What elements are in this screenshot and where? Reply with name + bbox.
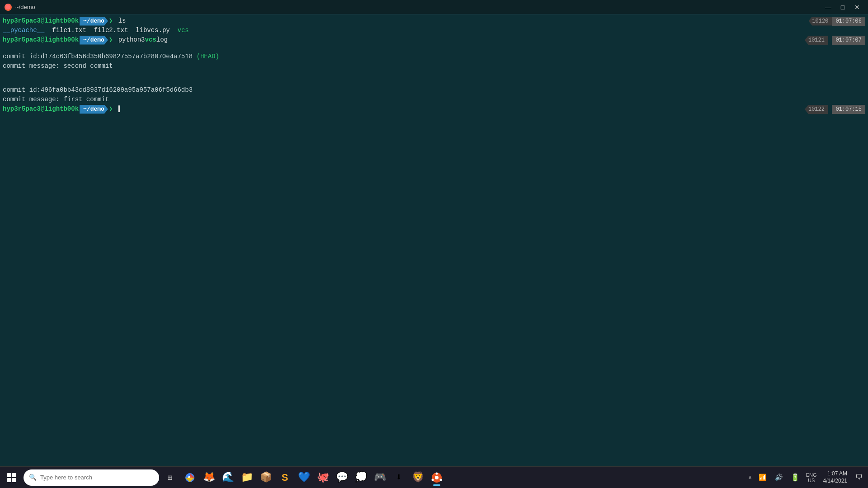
twitch-emoji: 🎮 <box>374 471 386 483</box>
prompt-at-2: @ <box>41 35 44 45</box>
maximize-button[interactable]: □ <box>836 1 849 14</box>
title-bar: ~/demo — □ ✕ <box>0 0 868 14</box>
prompt-arrow-2: ❯ <box>109 35 113 45</box>
messenger-emoji: 💭 <box>355 471 367 483</box>
chrome-icon[interactable] <box>181 469 199 487</box>
vscode-icon[interactable]: 💙 <box>295 469 313 487</box>
win-icon-br <box>12 478 16 482</box>
commit-1-head: (HEAD) <box>196 52 219 61</box>
clock-time: 1:07 AM <box>827 470 847 478</box>
commit-1-id-line: commit id: d174c63fb456d350b69827557a7b2… <box>3 52 865 61</box>
notification-button[interactable]: 🗨 <box>852 468 866 488</box>
badge-time-2: 01:07:07 <box>832 36 865 45</box>
task-view-button[interactable]: ⊞ <box>160 468 180 488</box>
badge-num-2: 10121 <box>805 36 828 45</box>
svg-point-4 <box>435 476 439 479</box>
battery-icon: 🔋 <box>791 473 800 482</box>
windows-icon <box>7 473 16 482</box>
svg-point-0 <box>6 5 10 9</box>
badges-3: 10122 01:07:15 <box>805 104 865 114</box>
terminal-prompt-3: hyp3r5pac3@lightb00k ~/demo ❯ ▌ <box>3 104 122 114</box>
battery-tray-icon[interactable]: 🔋 <box>788 470 802 485</box>
taskbar-apps: 🦊 🌊 📁 📦 S 💙 🐙 💬 💭 <box>181 469 446 487</box>
spacer-1 <box>3 45 865 52</box>
commit-2-hash: 496fa0bb43cd8937d16209a95a957a06f5d66db3 <box>41 85 193 95</box>
commit-2-message: commit message: first commit <box>3 95 109 104</box>
files-emoji: 📁 <box>241 471 253 483</box>
cmd-ls: ls <box>114 16 126 26</box>
terminal-line-ls: hyp3r5pac3@lightb00k ~/demo ❯ ls 10120 0… <box>3 16 865 26</box>
network-tray-icon[interactable]: 📶 <box>755 470 770 485</box>
badges-1: 10120 01:07:06 <box>808 17 865 26</box>
clock-section[interactable]: 1:07 AM 4/14/2021 <box>821 470 850 484</box>
minimize-button[interactable]: — <box>822 1 835 14</box>
messenger-icon[interactable]: 💭 <box>352 469 370 487</box>
files-icon[interactable]: 📁 <box>238 469 256 487</box>
file-pycache: __pycache__ <box>3 26 44 35</box>
spacer-2 <box>3 71 865 78</box>
spacer-3 <box>3 78 865 85</box>
commit-1-msg-line: commit message: second commit <box>3 61 865 71</box>
svg-point-5 <box>436 472 438 474</box>
terminal-line-files: __pycache__ file1.txt file2.txt libvcs.p… <box>3 26 865 35</box>
ubuntu-icon[interactable] <box>428 469 446 487</box>
commit-2-id-line: commit id: 496fa0bb43cd8937d16209a95a957… <box>3 85 865 95</box>
jdownloader-emoji: ⬇ <box>396 471 401 483</box>
terminal-window: ~/demo — □ ✕ hyp3r5pac3@lightb00k ~/demo… <box>0 0 868 466</box>
firefox-icon[interactable]: 🦊 <box>200 469 218 487</box>
volume-tray-icon[interactable]: 🔊 <box>772 470 786 485</box>
commit-1-message: commit message: second commit <box>3 61 113 71</box>
win-icon-bl <box>7 478 11 482</box>
badge-num-1: 10120 <box>808 17 832 26</box>
prompt-arrow-1: ❯ <box>109 16 113 26</box>
prompt-path-2: ~/demo <box>80 36 108 45</box>
language-section[interactable]: ENG US <box>804 472 819 483</box>
win-icon-tl <box>7 473 11 477</box>
cmd-vcs: vcs <box>145 35 156 45</box>
prompt-user-2: hyp3r5pac3 <box>3 35 41 45</box>
dropbox-icon[interactable]: 📦 <box>257 469 275 487</box>
discord-icon[interactable]: 💬 <box>333 469 351 487</box>
terminal-prompt-2: hyp3r5pac3@lightb00k ~/demo ❯ python3 vc… <box>3 35 168 45</box>
cmd-log: log <box>156 35 168 45</box>
file-file1: file1.txt <box>52 26 86 35</box>
start-button[interactable] <box>2 468 22 488</box>
commit-2-label: commit id: <box>3 85 41 95</box>
title-bar-title: ~/demo <box>15 4 35 10</box>
gitkraken-icon[interactable]: 🐙 <box>314 469 332 487</box>
commit-2-msg-line: commit message: first commit <box>3 95 865 104</box>
edge-icon[interactable]: 🌊 <box>219 469 237 487</box>
file-file2: file2.txt <box>94 26 128 35</box>
prompt-arrow-3: ❯ <box>109 104 113 114</box>
prompt-at-3: @ <box>41 104 44 114</box>
svg-point-7 <box>432 479 434 481</box>
chevron-icon: ∧ <box>749 474 752 481</box>
title-bar-controls: — □ ✕ <box>822 1 863 14</box>
twitch-icon[interactable]: 🎮 <box>371 469 389 487</box>
taskbar: 🔍 ⊞ 🦊 🌊 📁 📦 <box>0 466 868 488</box>
close-button[interactable]: ✕ <box>851 1 863 14</box>
firefox-emoji: 🦊 <box>203 471 215 483</box>
prompt-user-3: hyp3r5pac3 <box>3 104 41 114</box>
brave-emoji: 🦁 <box>412 471 424 483</box>
show-hidden-tray-button[interactable]: ∧ <box>747 472 754 483</box>
svg-point-6 <box>440 479 442 481</box>
terminal-icon <box>5 4 12 11</box>
title-bar-left: ~/demo <box>5 4 35 11</box>
edge-emoji: 🌊 <box>222 471 234 483</box>
dropbox-emoji: 📦 <box>260 471 272 483</box>
file-libvcs: libvcs.py <box>136 26 170 35</box>
notification-icon: 🗨 <box>855 473 863 482</box>
search-bar[interactable]: 🔍 <box>24 469 159 486</box>
terminal-content[interactable]: hyp3r5pac3@lightb00k ~/demo ❯ ls 10120 0… <box>0 14 868 466</box>
vscode-emoji: 💙 <box>298 471 310 483</box>
win-icon-tr <box>12 473 16 477</box>
prompt-host-3: lightb00k <box>44 104 79 114</box>
jdownloader-icon[interactable]: ⬇ <box>390 469 408 487</box>
supernova-icon[interactable]: S <box>276 469 294 487</box>
search-icon: 🔍 <box>29 474 37 481</box>
terminal-prompt-1: hyp3r5pac3@lightb00k ~/demo ❯ ls <box>3 16 126 26</box>
terminal-line-empty: hyp3r5pac3@lightb00k ~/demo ❯ ▌ 10122 01… <box>3 104 865 114</box>
brave-icon[interactable]: 🦁 <box>409 469 427 487</box>
search-input[interactable] <box>40 474 154 481</box>
